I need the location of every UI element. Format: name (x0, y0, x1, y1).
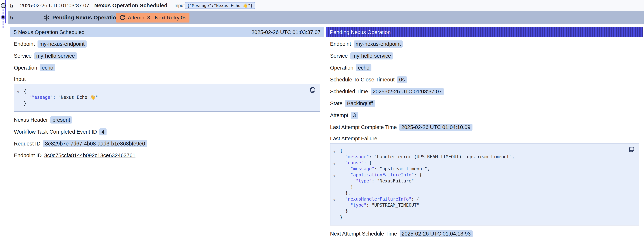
field-value-chip: my-nexus-endpoint (38, 40, 87, 48)
field-value-chip: echo (40, 64, 55, 71)
retry-badge-text: Attempt 3 · Next Retry 0s (128, 15, 186, 21)
json-code-line: "message": "handler error (UPSTREAM_TIME… (330, 154, 624, 160)
event-title: Nexus Operation Scheduled (94, 2, 168, 8)
json-code-line: } (330, 214, 624, 220)
json-key: "type" (356, 178, 372, 184)
json-key: "message" (345, 154, 369, 160)
detail-field-last-attempt-complete-time: Last Attempt Complete Time2025-02-26 UTC… (330, 124, 639, 131)
field-value-chip: 2025-02-26 UTC 01:03:37.07 (371, 88, 444, 95)
field-label: Service (14, 53, 32, 59)
field-label: Last Attempt Complete Time (330, 124, 397, 130)
json-text: } (340, 208, 348, 214)
field-label: Input (14, 76, 26, 82)
collapse-chevron-icon[interactable]: ∨ (333, 172, 336, 178)
json-text: : { (364, 160, 372, 166)
json-code-line: }, (330, 190, 624, 196)
pending-event-title: Pending Nexus Operation (52, 14, 120, 21)
json-text: : { (411, 196, 419, 202)
field-value-chip: my-hello-service (350, 52, 393, 60)
scheduled-panel-time: 2025-02-26 UTC 01:03:37.07 (252, 29, 320, 35)
event-row-pending[interactable]: 5 Pending Nexus Operation Attempt 3 · Ne… (8, 11, 644, 24)
event-detail-panel-scheduled: 5 Nexus Operation Scheduled 2025-02-26 U… (10, 27, 324, 239)
input-value-chip[interactable]: {"Message":"Nexus Echo 👋"} (185, 2, 255, 9)
endpoint-id-link[interactable]: 3c0c75ccfa8144b092c13ce632463761 (44, 152, 136, 158)
scheduled-panel-fields: Endpointmy-nexus-endpointServicemy-hello… (10, 37, 324, 159)
copy-icon[interactable] (628, 146, 635, 153)
json-code-line: ∨{ (330, 148, 624, 154)
json-text (340, 160, 345, 166)
json-text: : "handler error (UPSTREAM_TIMEOUT): ups… (369, 154, 514, 160)
field-label: Operation (330, 65, 353, 71)
field-label: Scheduled Time (330, 88, 368, 94)
field-label: Endpoint (14, 41, 35, 47)
input-json-block: ∨{ "Message": "Nexus Echo 👋"} (14, 84, 320, 112)
json-code-line: ∨ "nexusHandlerFailureInfo": { (330, 196, 624, 202)
detail-field-service: Servicemy-hello-service (14, 52, 320, 60)
event-id-link[interactable]: 5 (10, 2, 13, 8)
field-label: Operation (14, 65, 37, 71)
retry-icon (119, 15, 126, 21)
json-code-line: "type": "UPSTREAM_TIMEOUT" (330, 202, 624, 208)
detail-field-next-attempt-schedule-time: Next Attempt Schedule Time2025-02-26 UTC… (330, 230, 639, 237)
detail-field-last-attempt-failure: Last Attempt Failure (330, 136, 639, 142)
field-label: Endpoint ID (14, 152, 42, 158)
active-event-indicator-bar (5, 0, 6, 24)
json-text: } (340, 215, 342, 220)
detail-field-attempt: Attempt3 (330, 112, 639, 119)
json-code-line: "message": "upstream timeout", (330, 166, 624, 172)
detail-field-request-id: Request ID3e829b7e-7d67-4b08-aad3-b1e868… (14, 140, 320, 147)
field-value-chip: 3e829b7e-7d67-4b08-aad3-b1e868bfe9e0 (43, 140, 147, 147)
json-code-line: ∨{ (14, 88, 305, 94)
json-text (340, 196, 345, 202)
field-value-chip: my-hello-service (34, 52, 77, 60)
field-label: Endpoint (330, 41, 351, 47)
detail-field-schedule-to-close-timeout: Schedule To Close Timeout0s (330, 76, 639, 83)
event-row-scheduled[interactable]: 5 2025-02-26 UTC 01:03:37.07 Nexus Opera… (8, 0, 644, 11)
collapse-chevron-icon[interactable]: ∨ (333, 148, 336, 154)
json-text: : "upstream timeout", (374, 166, 430, 172)
json-text: } (340, 184, 353, 190)
detail-field-endpoint: Endpointmy-nexus-endpoint (330, 40, 639, 48)
json-text (340, 202, 350, 208)
json-text (340, 154, 345, 160)
pending-asterisk-icon (43, 14, 50, 21)
json-code-line: } (330, 184, 624, 190)
pending-event-id-link[interactable]: 5 (10, 15, 13, 21)
input-label: Input (174, 3, 185, 8)
json-code-line: "type": "NexusFailure" (330, 178, 624, 184)
event-time: 2025-02-26 UTC 01:03:37.07 (20, 2, 89, 8)
json-text (340, 172, 350, 178)
json-key: "applicationFailureInfo" (350, 172, 414, 178)
field-label: Next Attempt Schedule Time (330, 231, 397, 237)
collapse-chevron-icon[interactable]: ∨ (333, 160, 336, 166)
field-value-chip: present (50, 116, 72, 124)
pending-panel-title: Pending Nexus Operation (330, 29, 391, 35)
collapse-chevron-icon[interactable]: ∨ (17, 89, 20, 95)
field-value-chip: 3 (351, 112, 358, 119)
json-text: } (24, 101, 26, 106)
json-key: "Message" (29, 95, 53, 100)
detail-field-scheduled-time: Scheduled Time2025-02-26 UTC 01:03:37.07 (330, 88, 639, 95)
last-attempt-failure-json-block: ∨{ "message": "handler error (UPSTREAM_T… (330, 143, 639, 226)
collapse-chevron-icon[interactable]: ∨ (333, 197, 336, 203)
field-value-chip: echo (356, 64, 372, 71)
retry-badge: Attempt 3 · Next Retry 0s (116, 13, 190, 22)
field-label: Workflow Task Completed Event ID (14, 129, 97, 135)
field-label: Schedule To Close Timeout (330, 77, 395, 83)
json-code-line: "Message": "Nexus Echo 👋" (14, 94, 305, 100)
detail-field-state: StateBackingOff (330, 100, 639, 107)
json-text: : "UPSTREAM_TIMEOUT" (366, 202, 420, 208)
field-label: Service (330, 53, 348, 59)
json-key: "message" (350, 166, 374, 172)
detail-field-endpoint-id: Endpoint ID3c0c75ccfa8144b092c13ce632463… (14, 152, 320, 159)
json-code-line: } (14, 100, 305, 106)
json-key: "nexusHandlerFailureInfo" (345, 196, 411, 202)
copy-icon[interactable] (310, 86, 316, 93)
field-value-chip: my-nexus-endpoint (354, 40, 403, 48)
field-value-chip: 4 (100, 128, 106, 136)
json-text: : { (414, 172, 422, 178)
json-code-line: ∨ "applicationFailureInfo": { (330, 172, 624, 178)
json-code-line: ∨ "cause": { (330, 160, 624, 166)
field-label: Request ID (14, 141, 40, 147)
json-text: : "Nexus Echo 👋" (53, 95, 98, 100)
